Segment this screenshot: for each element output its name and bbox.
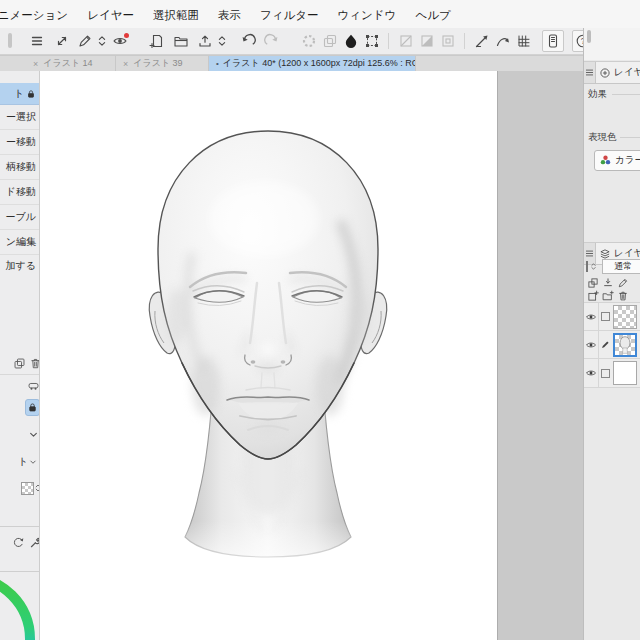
open-file-icon[interactable] [170, 31, 191, 52]
snap-special-ruler-icon[interactable] [492, 31, 513, 52]
snap-grid-icon[interactable] [513, 31, 534, 52]
subtool-item-layer-move[interactable]: ー移動 [0, 130, 39, 155]
tab-illust-14[interactable]: × イラスト 14 [26, 56, 116, 71]
property-dropdown[interactable]: ト [18, 455, 38, 469]
expression-color-button[interactable]: カラー [594, 150, 640, 171]
tab-illust-40-active[interactable]: • イラスト 40* (1200 x 1600px 72dpi 125.6% :… [209, 56, 416, 71]
transform-frame-icon[interactable] [361, 31, 382, 52]
close-icon[interactable]: × [123, 59, 128, 69]
undo-icon[interactable] [237, 31, 258, 52]
select-frame-icon[interactable] [437, 31, 458, 52]
layer-property-header: レイヤー [584, 61, 640, 84]
layer-thumbnail-transparent[interactable] [613, 305, 637, 329]
busy-spinner-icon [298, 31, 319, 52]
stepper-icon[interactable] [215, 31, 229, 52]
modified-dot-icon: • [216, 59, 219, 68]
menu-selection[interactable]: 選択範囲 [153, 8, 199, 23]
scrollbar-thumb[interactable] [587, 30, 591, 43]
layer-row-transparent[interactable] [584, 303, 640, 331]
rgb-color-icon [599, 154, 612, 167]
snap-ruler-icon[interactable] [471, 31, 492, 52]
menu-window[interactable]: ウィンドウ [338, 8, 397, 23]
object-launcher-icon[interactable] [27, 379, 40, 392]
trash-icon[interactable] [29, 357, 40, 370]
redo-icon[interactable] [261, 31, 282, 52]
layer-row-3d-head-selected[interactable] [584, 331, 640, 359]
move-tool-icon[interactable] [51, 31, 72, 52]
subtool-item-object-selected[interactable]: ト [0, 83, 39, 105]
canvas-viewport[interactable] [40, 71, 583, 640]
panel-menu-icon[interactable] [584, 67, 595, 78]
new-folder-icon[interactable] [602, 290, 614, 302]
subtool-label: ト [14, 87, 24, 101]
blend-mode-dropdown[interactable]: 通常 [602, 259, 640, 274]
layer-checkbox[interactable] [601, 312, 610, 321]
duplicate-icon[interactable] [13, 357, 26, 370]
pen-edit-icon[interactable] [74, 31, 95, 52]
menu-layer[interactable]: レイヤー [87, 8, 134, 23]
command-menu-icon[interactable] [26, 31, 47, 52]
menu-help[interactable]: ヘルプ [415, 8, 450, 23]
color-wheel-ring[interactable] [0, 571, 40, 640]
menu-filter[interactable]: フィルター [260, 8, 319, 23]
blend-mode-row: 通常 [584, 258, 640, 275]
tab-label: イラスト 14 [43, 57, 92, 70]
visibility-eye-icon[interactable] [584, 311, 598, 323]
fill-bucket-icon[interactable] [340, 31, 361, 52]
lock-icon [26, 89, 36, 99]
new-document-icon[interactable] [146, 31, 167, 52]
export-icon[interactable] [194, 31, 215, 52]
color-history-icon[interactable] [12, 536, 25, 549]
subtool-add-button[interactable]: 加する [0, 257, 39, 275]
tablet-icon[interactable] [542, 30, 564, 52]
chevron-down-icon [28, 457, 38, 467]
stepper-icon[interactable] [33, 482, 40, 494]
subtool-item-tone-move[interactable]: 柄移動 [0, 155, 39, 180]
visibility-eye-icon[interactable] [584, 339, 598, 351]
menu-bar: アニメーション レイヤー 選択範囲 表示 フィルター ウィンドウ ヘルプ [0, 0, 640, 28]
visibility-eye-icon[interactable] [584, 367, 598, 379]
layer-thumbnail-paper[interactable] [613, 361, 637, 385]
layer-row-paper[interactable] [584, 359, 640, 388]
menu-view[interactable]: 表示 [218, 8, 241, 23]
layer-property-icon [599, 67, 611, 79]
trash-icon[interactable] [617, 290, 629, 302]
right-panel-top [584, 28, 640, 60]
effect-label: 効果 [588, 88, 607, 101]
subtool-item-layer-select[interactable]: ー選択 [0, 105, 39, 130]
lock-toggle-button[interactable] [25, 399, 40, 416]
mini-head-icon [615, 335, 635, 355]
tab-label: イラスト 40* (1200 x 1600px 72dpi 125.6% : R… [223, 57, 416, 70]
right-panel: レイヤー 効果 表現色 カラー レイヤー 通常 [583, 28, 640, 640]
clipping-icon[interactable] [587, 277, 599, 289]
opacity-swatch[interactable] [586, 261, 588, 272]
duplicate-icon[interactable] [319, 31, 340, 52]
pen-icon[interactable] [617, 277, 629, 289]
close-icon[interactable]: × [33, 59, 38, 69]
layer-toolbar-row-1 [584, 276, 640, 289]
canvas-page[interactable] [40, 71, 498, 640]
subtool-item-timeline-edit[interactable]: ン編集 [0, 230, 39, 255]
subtool-item-table[interactable]: ーブル [0, 205, 39, 230]
menu-animation[interactable]: アニメーション [0, 8, 68, 23]
expression-color-label: 表現色 [588, 131, 617, 144]
select-invert-icon[interactable] [416, 31, 437, 52]
layer-checkbox[interactable] [601, 369, 610, 378]
color-button-label: カラー [615, 154, 640, 167]
deselect-icon[interactable] [395, 31, 416, 52]
chevron-down-icon[interactable] [27, 428, 40, 441]
new-layer-icon[interactable] [587, 290, 599, 302]
stepper-icon[interactable] [589, 261, 598, 272]
toolbar-separator [464, 33, 465, 49]
subtool-item-guide-move[interactable]: ド移動 [0, 180, 39, 205]
tab-layer-property[interactable]: レイヤー [595, 62, 640, 83]
wrench-icon[interactable] [29, 536, 40, 549]
layer-thumbnail-3d-head[interactable] [613, 333, 637, 357]
dropdown-value: ト [18, 455, 28, 469]
tab-illust-39[interactable]: × イラスト 39 [116, 56, 209, 71]
transfer-down-icon[interactable] [602, 277, 614, 289]
stepper-icon[interactable] [95, 31, 109, 52]
tab-label: レイヤー [614, 66, 640, 79]
left-sidebar: ト ー選択 ー移動 柄移動 ド移動 ーブル ン編集 加する ト [0, 71, 40, 640]
palette-eye-icon[interactable] [109, 31, 130, 52]
